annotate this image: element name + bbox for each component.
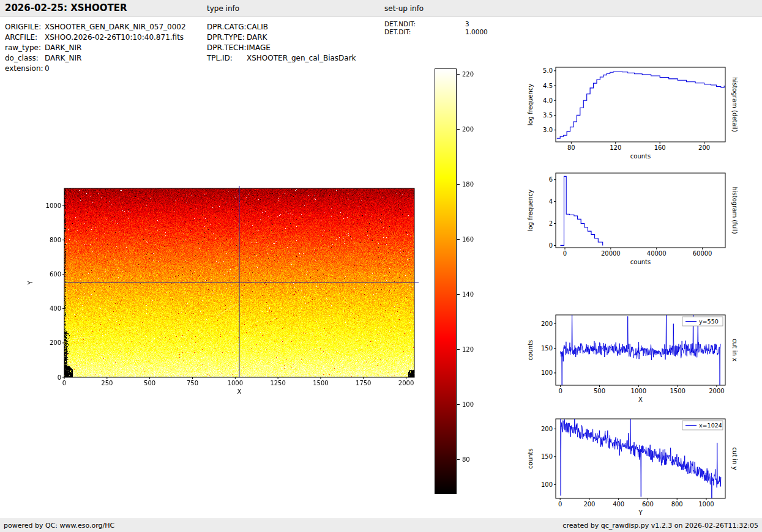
- svg-text:cut in y: cut in y: [731, 447, 738, 470]
- svg-text:40000: 40000: [647, 250, 667, 257]
- metadata-value: XSHOOTER_GEN_DARK_NIR_057_0002: [45, 22, 186, 32]
- metadata-row: TPL.ID:XSHOOTER_gen_cal_BiasDark: [207, 53, 356, 64]
- svg-text:2000: 2000: [398, 380, 414, 386]
- svg-text:200: 200: [583, 501, 595, 508]
- svg-text:counts: counts: [527, 340, 534, 360]
- svg-text:200: 200: [50, 339, 61, 346]
- metadata-value: DARK_NIR: [45, 53, 81, 64]
- svg-text:600: 600: [642, 501, 654, 508]
- svg-text:1500: 1500: [313, 380, 328, 386]
- svg-text:Y: Y: [638, 509, 643, 516]
- svg-text:180: 180: [462, 181, 474, 188]
- svg-text:1000: 1000: [698, 501, 714, 508]
- svg-text:0: 0: [58, 374, 61, 381]
- svg-text:800: 800: [671, 501, 683, 508]
- svg-text:0: 0: [549, 242, 553, 249]
- metadata-row: DET.DIT:1.0000: [384, 28, 488, 36]
- setup-info-list: DET.NDIT:3DET.DIT:1.0000: [384, 20, 488, 36]
- metadata-value: CALIB: [247, 22, 268, 32]
- svg-text:5.0: 5.0: [543, 67, 553, 74]
- svg-text:120: 120: [462, 346, 474, 353]
- metadata-key: do_class:: [5, 53, 45, 64]
- svg-text:80: 80: [462, 456, 470, 463]
- footer-bar: powered by QC: www.eso.org/HC created by…: [0, 519, 762, 532]
- svg-text:100: 100: [541, 369, 553, 376]
- svg-text:20000: 20000: [601, 250, 621, 257]
- svg-text:cut in x: cut in x: [731, 339, 738, 361]
- setup-info-heading: set-up info: [384, 4, 424, 13]
- svg-text:X: X: [237, 388, 242, 395]
- metadata-value: 0: [45, 64, 50, 74]
- svg-text:100: 100: [541, 481, 553, 488]
- cut-in-y-plot: 02004006008001000100150200Ycountscut in …: [525, 412, 758, 519]
- metadata-key: DPR.TYPE:: [207, 32, 247, 43]
- svg-text:x=1024: x=1024: [699, 422, 722, 429]
- metadata-value: XSHOO.2026-02-26T10:10:40.871.fits: [45, 32, 184, 43]
- svg-text:log frequency: log frequency: [527, 84, 534, 126]
- svg-text:120: 120: [610, 144, 621, 151]
- svg-text:4.0: 4.0: [543, 97, 553, 104]
- type-info-list: DPR.CATG:CALIBDPR.TYPE:DARKDPR.TECH:IMAG…: [207, 22, 356, 64]
- metadata-row: DET.NDIT:3: [384, 20, 488, 28]
- svg-text:4.5: 4.5: [543, 83, 553, 89]
- header-bar: 2026-02-25: XSHOOTER type info set-up in…: [0, 0, 762, 17]
- svg-text:6: 6: [549, 176, 553, 183]
- metadata-row: extension:0: [5, 64, 186, 74]
- metadata-value: IMAGE: [247, 43, 271, 53]
- svg-text:140: 140: [462, 291, 474, 298]
- metadata-row: DPR.TECH:IMAGE: [207, 43, 356, 53]
- metadata-value: 1.0000: [465, 28, 488, 36]
- metadata-key: DET.NDIT:: [384, 20, 465, 28]
- colorbar-tick-labels: 80100120140160180200220: [457, 68, 494, 494]
- svg-text:1500: 1500: [670, 388, 685, 394]
- svg-text:160: 160: [462, 236, 474, 243]
- svg-text:log frequency: log frequency: [527, 190, 534, 232]
- metadata-row: ARCFILE:XSHOO.2026-02-26T10:10:40.871.fi…: [5, 32, 186, 43]
- svg-text:1000: 1000: [631, 388, 646, 394]
- svg-text:3.5: 3.5: [543, 112, 553, 119]
- svg-text:150: 150: [541, 345, 553, 352]
- metadata-value: DARK: [247, 32, 267, 43]
- svg-text:250: 250: [101, 380, 113, 386]
- metadata-key: extension:: [5, 64, 45, 74]
- svg-text:600: 600: [50, 271, 61, 278]
- metadata-key: TPL.ID:: [207, 53, 247, 64]
- svg-text:X: X: [638, 396, 643, 403]
- svg-text:3.0: 3.0: [543, 127, 553, 133]
- svg-text:400: 400: [50, 305, 61, 312]
- metadata-key: raw_type:: [5, 43, 45, 53]
- svg-text:200: 200: [541, 426, 553, 432]
- svg-text:1000: 1000: [228, 380, 243, 386]
- svg-text:0: 0: [558, 501, 562, 508]
- svg-text:800: 800: [50, 237, 61, 243]
- svg-text:histogram (detail): histogram (detail): [731, 77, 738, 132]
- metadata-key: DPR.TECH:: [207, 43, 247, 53]
- svg-text:histogram (full): histogram (full): [731, 187, 738, 234]
- svg-text:4: 4: [549, 198, 553, 205]
- metadata-key: ARCFILE:: [5, 32, 45, 43]
- type-info-heading: type info: [207, 4, 239, 13]
- svg-text:0: 0: [563, 250, 567, 257]
- file-info-list: ORIGFILE:XSHOOTER_GEN_DARK_NIR_057_0002A…: [5, 22, 186, 74]
- histogram-full-plot: 02000040000600000246countslog frequencyh…: [525, 166, 758, 279]
- svg-text:counts: counts: [527, 448, 534, 468]
- metadata-value: 3: [465, 20, 469, 28]
- svg-text:1000: 1000: [46, 202, 61, 209]
- svg-text:counts: counts: [630, 153, 651, 160]
- svg-text:Y: Y: [27, 281, 34, 286]
- svg-text:1250: 1250: [270, 380, 285, 386]
- svg-text:500: 500: [594, 388, 605, 394]
- svg-text:160: 160: [654, 144, 666, 151]
- svg-text:2: 2: [549, 220, 553, 227]
- metadata-key: DPR.CATG:: [207, 22, 247, 32]
- svg-text:0: 0: [558, 388, 562, 394]
- page-title: 2026-02-25: XSHOOTER: [5, 2, 127, 13]
- svg-text:60000: 60000: [693, 250, 712, 257]
- histogram-detail-plot: 801201602003.03.54.04.55.0countslog freq…: [525, 60, 758, 173]
- metadata-row: DPR.TYPE:DARK: [207, 32, 356, 43]
- svg-text:220: 220: [462, 71, 474, 78]
- metadata-key: DET.DIT:: [384, 28, 465, 36]
- metadata-row: raw_type:DARK_NIR: [5, 43, 186, 53]
- svg-text:80: 80: [567, 144, 575, 151]
- metadata-value: DARK_NIR: [45, 43, 81, 53]
